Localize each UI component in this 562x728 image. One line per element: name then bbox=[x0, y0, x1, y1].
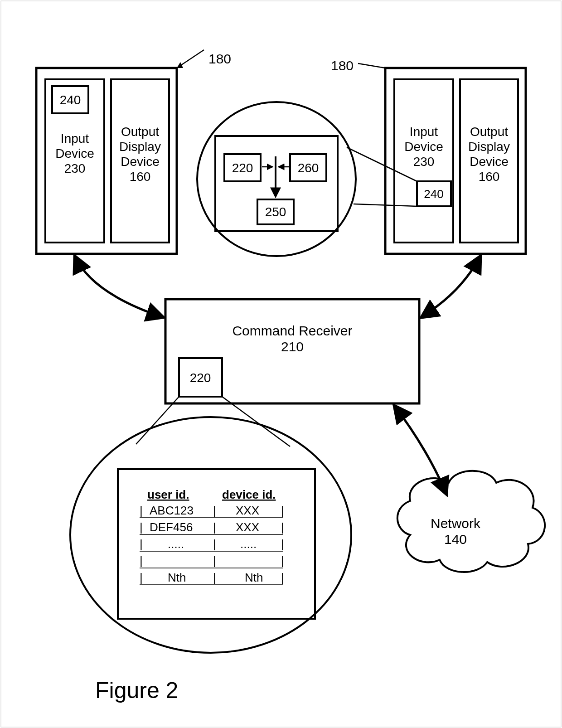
table-row: ABC123 bbox=[150, 504, 194, 517]
network-cloud: Network 140 bbox=[397, 471, 545, 572]
detail-250: 250 bbox=[265, 205, 286, 219]
svg-text:|: | bbox=[281, 504, 284, 517]
network-label: Network bbox=[431, 516, 481, 531]
svg-point-34 bbox=[70, 417, 351, 653]
terminal-left: Input Device 230 240 Output Display Devi… bbox=[36, 68, 177, 254]
detail-top: 220 260 250 bbox=[197, 102, 356, 256]
sub-box-240-left: 240 bbox=[60, 93, 81, 107]
output-device-right: Output Display Device 160 bbox=[460, 79, 518, 243]
terminal-right: Input Device 230 240 Output Display Devi… bbox=[385, 68, 526, 254]
svg-line-20 bbox=[358, 63, 385, 68]
command-receiver-220: 220 bbox=[190, 371, 211, 385]
svg-text:|: | bbox=[281, 537, 284, 551]
svg-text:|: | bbox=[281, 520, 284, 534]
svg-text:Display: Display bbox=[468, 140, 510, 154]
svg-text:|: | bbox=[140, 520, 143, 534]
network-ref: 140 bbox=[444, 532, 467, 547]
detail-220: 220 bbox=[232, 161, 253, 175]
svg-text:Display: Display bbox=[119, 140, 161, 154]
svg-text:|: | bbox=[281, 571, 284, 584]
svg-text:Device: Device bbox=[121, 155, 160, 169]
svg-text:|: | bbox=[213, 537, 216, 551]
svg-text:|: | bbox=[281, 554, 284, 568]
command-receiver: Command Receiver 210 220 bbox=[165, 299, 419, 403]
svg-text:|: | bbox=[213, 554, 216, 568]
figure-label: Figure 2 bbox=[95, 678, 178, 703]
table-header-deviceid: device id. bbox=[222, 488, 276, 501]
svg-text:Device: Device bbox=[55, 146, 94, 160]
command-receiver-ref: 210 bbox=[281, 339, 304, 354]
output-device-left: Output Display Device 160 bbox=[111, 79, 169, 243]
svg-text:|: | bbox=[140, 554, 143, 568]
input-device-label: Input bbox=[61, 131, 89, 146]
output-device-ref-right: 160 bbox=[479, 170, 500, 184]
svg-text:Device: Device bbox=[470, 155, 509, 169]
svg-text:Output: Output bbox=[121, 125, 159, 139]
terminal-right-ref: 180 bbox=[331, 58, 354, 73]
table-row: ..... bbox=[240, 537, 257, 551]
svg-text:|: | bbox=[140, 571, 143, 584]
svg-text:|: | bbox=[140, 537, 143, 551]
input-device-ref: 230 bbox=[64, 161, 86, 175]
output-device-ref-left: 160 bbox=[130, 170, 151, 184]
svg-text:|: | bbox=[140, 504, 143, 517]
terminal-left-ref: 180 bbox=[208, 51, 231, 66]
svg-text:Device: Device bbox=[404, 140, 443, 154]
table-row: XXX bbox=[236, 520, 259, 534]
table-row: Nth bbox=[245, 571, 263, 584]
sub-box-240-right: 240 bbox=[424, 187, 443, 201]
svg-text:|: | bbox=[213, 504, 216, 517]
svg-text:|: | bbox=[213, 520, 216, 534]
svg-text:Output: Output bbox=[470, 125, 508, 139]
detail-bottom: user id. device id. | ABC123 | XXX | | D… bbox=[70, 397, 351, 653]
svg-text:Input: Input bbox=[410, 125, 438, 139]
table-header-userid: user id. bbox=[147, 488, 189, 501]
detail-260: 260 bbox=[298, 161, 319, 175]
svg-text:|: | bbox=[213, 571, 216, 584]
command-receiver-label: Command Receiver bbox=[232, 323, 352, 338]
input-device-ref-right: 230 bbox=[413, 155, 435, 169]
input-device-left: Input Device 230 240 bbox=[45, 79, 104, 243]
table-row: ..... bbox=[168, 537, 184, 551]
table-row: XXX bbox=[236, 504, 259, 517]
svg-line-35 bbox=[136, 397, 179, 444]
table-row: DEF456 bbox=[150, 520, 193, 534]
table-row: Nth bbox=[168, 571, 186, 584]
input-device-right: Input Device 230 240 bbox=[394, 79, 453, 243]
